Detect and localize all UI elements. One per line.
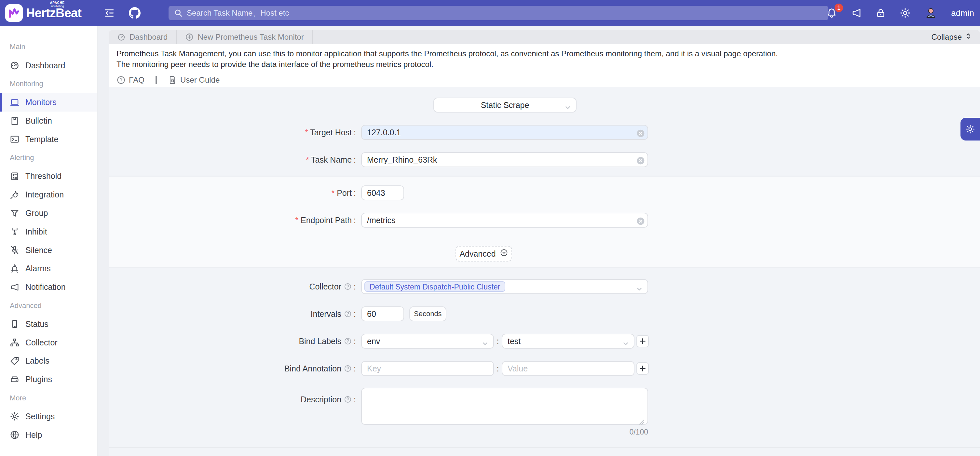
bind-label-value-select[interactable]: test	[502, 334, 635, 349]
sidebar-item-alarms[interactable]: Alarms	[0, 259, 97, 278]
integration-icon	[10, 190, 19, 200]
silence-mic-muted-icon	[10, 245, 19, 255]
main-content: Dashboard New Prometheus Task Monitor Co…	[109, 30, 980, 456]
description-textarea[interactable]	[361, 388, 648, 425]
topbar-actions: 1	[826, 6, 980, 19]
sidebar-item-bulletin[interactable]: Bulletin	[0, 111, 97, 130]
bind-annotation-value-input[interactable]	[502, 361, 635, 376]
endpoint-path-input[interactable]	[361, 213, 648, 228]
sidebar-item-collector[interactable]: Collector	[0, 334, 97, 352]
tab-dashboard[interactable]: Dashboard	[109, 30, 177, 44]
sidebar-section-monitoring: Monitoring	[0, 75, 97, 93]
document-search-icon	[168, 75, 177, 84]
port-input[interactable]	[361, 185, 404, 200]
target-host-input[interactable]	[361, 125, 648, 140]
help-globe-icon	[10, 430, 19, 440]
sidebar-item-integration[interactable]: Integration	[0, 185, 97, 204]
collapse-button[interactable]: Collapse	[932, 30, 980, 44]
group-funnel-icon	[10, 208, 19, 218]
menu-fold-icon[interactable]	[104, 8, 115, 18]
help-icon[interactable]	[344, 393, 352, 401]
global-search	[169, 6, 828, 20]
sidebar-item-dashboard[interactable]: Dashboard	[0, 56, 97, 75]
plus-icon	[639, 338, 646, 345]
monitors-icon	[10, 98, 19, 107]
protocol-select[interactable]: Static Scrape	[433, 98, 576, 113]
user-avatar[interactable]	[924, 6, 937, 19]
port-label: Port	[109, 185, 356, 200]
sidebar-item-threshold[interactable]: Threshold	[0, 167, 97, 186]
clear-icon[interactable]	[636, 216, 645, 224]
divider-pipe	[156, 76, 157, 84]
clear-icon[interactable]	[636, 128, 645, 137]
faq-link[interactable]: FAQ	[116, 75, 145, 84]
add-bind-annotation-button[interactable]	[636, 362, 649, 375]
help-icon[interactable]	[344, 280, 352, 288]
add-bind-label-button[interactable]	[636, 335, 649, 347]
bind-labels-label: Bind Labels	[109, 334, 356, 349]
sidebar-item-silence[interactable]: Silence	[0, 241, 97, 259]
sidebar-item-status[interactable]: Status	[0, 315, 97, 334]
collapse-updown-icon	[964, 32, 972, 42]
sidebar-item-labels[interactable]: Labels	[0, 352, 97, 370]
notification-horn-icon	[10, 282, 19, 292]
sidebar-item-group[interactable]: Group	[0, 204, 97, 222]
floating-settings-button[interactable]	[961, 118, 980, 140]
app-root: HertzBeat APACHE incubating	[0, 0, 980, 456]
monitor-form: Static Scrape Target Host Task Name Port	[109, 87, 980, 456]
sidebar-item-template[interactable]: Template	[0, 130, 97, 149]
target-host-label: Target Host	[109, 125, 356, 140]
tab-bar: Dashboard New Prometheus Task Monitor Co…	[109, 30, 980, 44]
question-circle-icon	[116, 75, 126, 84]
inhibit-icon	[10, 227, 19, 237]
chevron-circle-down-icon	[500, 248, 508, 259]
notification-count-badge: 1	[835, 3, 843, 12]
hertzbeat-logo-icon	[5, 4, 23, 22]
github-icon[interactable]	[129, 7, 140, 19]
description-label: Description	[109, 392, 356, 407]
sidebar-section-more: More	[0, 389, 97, 407]
labels-tag-icon	[10, 356, 19, 366]
bind-annotation-key-input[interactable]	[361, 361, 494, 376]
lock-icon[interactable]	[875, 8, 886, 18]
bulletin-icon	[10, 116, 19, 126]
key-value-colon: :	[495, 334, 500, 349]
advanced-toggle-button[interactable]: Advanced	[455, 246, 512, 262]
sidebar-item-inhibit[interactable]: Inhibit	[0, 222, 97, 241]
collector-label: Collector	[109, 279, 356, 294]
sidebar-item-plugins[interactable]: Plugins	[0, 370, 97, 389]
bind-label-key-select[interactable]: env	[361, 334, 494, 349]
help-icon[interactable]	[344, 307, 352, 315]
plugins-icon	[10, 375, 19, 385]
settings-gear-icon	[966, 124, 975, 134]
clear-icon[interactable]	[636, 156, 645, 164]
search-input[interactable]	[183, 6, 828, 20]
threshold-icon	[10, 172, 19, 181]
user-guide-link[interactable]: User Guide	[168, 75, 220, 84]
dashboard-icon	[10, 60, 19, 70]
bind-annotation-label: Bind Annotation	[109, 361, 356, 376]
sidebar-item-monitors[interactable]: Monitors	[0, 93, 97, 111]
sidebar: Main Dashboard Monitoring Monitors Bulle…	[0, 26, 98, 456]
apache-incubating-badge: APACHE incubating	[44, 1, 70, 8]
sidebar-item-notification[interactable]: Notification	[0, 278, 97, 296]
help-icon[interactable]	[344, 335, 352, 343]
brand-logo[interactable]: HertzBeat APACHE incubating	[5, 0, 94, 26]
top-navbar: HertzBeat APACHE incubating	[0, 0, 980, 26]
intervals-unit: Seconds	[409, 307, 446, 321]
settings-gear-icon[interactable]	[900, 8, 911, 19]
announcement-horn-icon[interactable]	[851, 8, 862, 19]
help-icon[interactable]	[344, 362, 352, 370]
intervals-input[interactable]	[361, 307, 404, 321]
plus-circle-icon	[185, 33, 194, 41]
template-icon	[10, 134, 19, 144]
task-name-input[interactable]	[361, 152, 648, 167]
tab-new-prometheus-task-monitor[interactable]: New Prometheus Task Monitor	[177, 30, 313, 44]
sidebar-item-settings[interactable]: Settings	[0, 407, 97, 426]
username-label[interactable]: admin	[951, 8, 974, 18]
chevron-down-icon	[622, 338, 629, 350]
sidebar-section-advanced: Advanced	[0, 296, 97, 315]
sidebar-item-help[interactable]: Help	[0, 426, 97, 444]
collector-select[interactable]: Default System Dispatch-Public Cluster	[361, 279, 648, 294]
notification-bell-icon[interactable]: 1	[826, 8, 837, 19]
